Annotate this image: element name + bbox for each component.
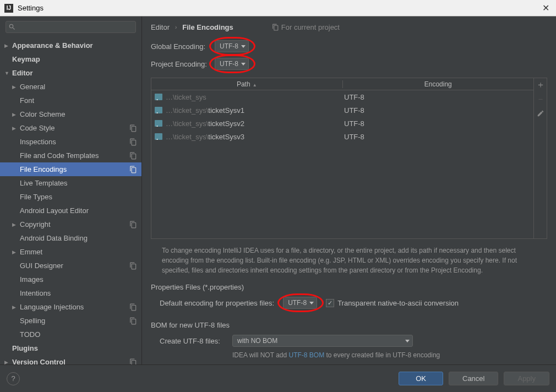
sidebar-item-color-scheme[interactable]: ▶Color Scheme [0, 107, 141, 121]
column-header-path[interactable]: Path▲ [151, 80, 343, 88]
sidebar-item-inspections[interactable]: Inspections [0, 135, 141, 149]
breadcrumb-parent[interactable]: Editor [151, 23, 170, 31]
encoding-cell: UTF-8 [341, 119, 530, 128]
close-icon[interactable]: ✕ [540, 3, 552, 13]
copy-icon [129, 358, 137, 365]
sidebar-item-file-and-code-templates[interactable]: File and Code Templates [0, 149, 141, 162]
sidebar-item-todo[interactable]: TODO [0, 328, 141, 341]
sidebar-item-keymap[interactable]: Keymap [0, 52, 141, 66]
table-row[interactable]: …\ticket_sys\ticketSysv3UTF-8 [151, 130, 533, 143]
help-button[interactable]: ? [7, 372, 20, 385]
chevron-right-icon: › [175, 24, 177, 30]
bom-note: IDEA will NOT add UTF-8 BOM to every cre… [232, 351, 547, 359]
sidebar-item-spelling[interactable]: Spelling [0, 314, 141, 328]
sidebar-item-label: File Types [20, 193, 137, 201]
sidebar-item-label: File Encodings [20, 165, 129, 173]
sidebar-item-label: Appearance & Behavior [12, 41, 137, 50]
tree-arrow-icon: ▶ [12, 249, 19, 255]
tree-arrow-icon: ▼ [4, 70, 11, 76]
help-text: To change encoding IntelliJ IDEA uses fo… [151, 239, 547, 283]
table-row[interactable]: …\ticket_sys\ticketSysv2UTF-8 [151, 117, 533, 130]
sidebar-item-label: General [20, 83, 137, 91]
sidebar-item-label: Live Templates [20, 179, 137, 187]
sidebar-item-label: Color Scheme [20, 110, 137, 118]
sidebar-item-label: GUI Designer [20, 262, 129, 270]
remove-button[interactable]: － [536, 95, 545, 104]
title-bar: IJ Settings ✕ [0, 0, 556, 17]
edit-button[interactable] [536, 109, 545, 118]
sidebar-item-code-style[interactable]: ▶Code Style [0, 121, 141, 135]
sidebar-item-label: Android Data Binding [20, 234, 137, 242]
search-input[interactable] [6, 21, 136, 33]
sidebar-item-android-layout-editor[interactable]: Android Layout Editor [0, 204, 141, 217]
sidebar-item-emmet[interactable]: ▶Emmet [0, 245, 141, 259]
properties-section-title: Properties Files (*.properties) [151, 283, 547, 291]
create-utf8-dropdown[interactable]: with NO BOM [232, 335, 413, 347]
sidebar-item-android-data-binding[interactable]: Android Data Binding [0, 231, 141, 245]
sidebar-item-label: TODO [20, 330, 137, 339]
chevron-down-icon [241, 45, 246, 48]
sidebar-item-editor[interactable]: ▼Editor [0, 66, 141, 80]
default-properties-encoding-dropdown[interactable]: UTF-8 [283, 297, 317, 309]
transparent-native-checkbox[interactable]: ✓ [326, 299, 334, 307]
sidebar-item-language-injections[interactable]: ▶Language Injections [0, 300, 141, 314]
sidebar-item-label: Android Layout Editor [20, 206, 137, 215]
ok-button[interactable]: OK [399, 372, 443, 385]
search-icon [8, 23, 16, 31]
transparent-native-label: Transparent native-to-ascii conversion [337, 299, 459, 307]
project-encoding-dropdown[interactable]: UTF-8 [215, 58, 249, 70]
sidebar-item-file-types[interactable]: File Types [0, 190, 141, 204]
copy-icon [129, 124, 137, 132]
folder-icon [155, 133, 162, 140]
sidebar-item-label: Keymap [12, 55, 137, 63]
tree-arrow-icon: ▶ [12, 222, 19, 227]
table-row[interactable]: …\ticket_sysUTF-8 [151, 90, 533, 104]
copy-icon [129, 221, 137, 228]
sidebar-item-images[interactable]: Images [0, 273, 141, 286]
sort-asc-icon: ▲ [253, 83, 257, 88]
copy-icon [129, 303, 137, 311]
sidebar-item-label: Version Control [12, 358, 129, 364]
sidebar: ▶Appearance & BehaviorKeymap▼Editor▶Gene… [0, 17, 142, 364]
sidebar-item-plugins[interactable]: Plugins [0, 341, 141, 355]
tree-arrow-icon: ▶ [12, 126, 19, 131]
breadcrumb: Editor › File Encodings For current proj… [151, 23, 547, 31]
tree-arrow-icon: ▶ [12, 112, 19, 117]
cancel-button[interactable]: Cancel [449, 372, 498, 385]
sidebar-item-general[interactable]: ▶General [0, 80, 141, 94]
app-icon: IJ [4, 4, 13, 13]
sidebar-item-file-encodings[interactable]: File Encodings [0, 162, 141, 176]
tree-arrow-icon: ▶ [12, 84, 19, 90]
sidebar-item-gui-designer[interactable]: GUI Designer [0, 259, 141, 273]
encoding-table: Path▲ Encoding …\ticket_sysUTF-8…\ticket… [151, 78, 547, 239]
folder-icon [155, 94, 162, 100]
global-encoding-dropdown[interactable]: UTF-8 [215, 40, 249, 52]
copy-icon [129, 166, 137, 173]
table-row[interactable]: …\ticket_sys\ticketSysv1UTF-8 [151, 104, 533, 117]
sidebar-item-appearance-behavior[interactable]: ▶Appearance & Behavior [0, 39, 141, 52]
folder-icon [155, 107, 162, 113]
sidebar-item-font[interactable]: Font [0, 94, 141, 107]
add-button[interactable]: ＋ [536, 80, 545, 89]
chevron-down-icon [309, 302, 314, 304]
settings-tree: ▶Appearance & BehaviorKeymap▼Editor▶Gene… [0, 37, 141, 364]
sidebar-item-label: Spelling [20, 317, 129, 325]
utf8-bom-link[interactable]: UTF-8 BOM [288, 351, 324, 359]
encoding-cell: UTF-8 [341, 133, 530, 141]
sidebar-item-live-templates[interactable]: Live Templates [0, 176, 141, 190]
sidebar-item-label: Images [20, 275, 137, 284]
copy-icon [129, 262, 137, 270]
sidebar-item-label: Code Style [20, 124, 129, 132]
bom-section-title: BOM for new UTF-8 files [151, 321, 547, 329]
default-properties-encoding-label: Default encoding for properties files: [160, 299, 274, 307]
apply-button[interactable]: Apply [504, 372, 549, 385]
copy-icon [129, 138, 137, 146]
sidebar-item-copyright[interactable]: ▶Copyright [0, 217, 141, 231]
column-header-encoding[interactable]: Encoding [343, 80, 534, 88]
sidebar-item-intentions[interactable]: Intentions [0, 286, 141, 300]
sidebar-item-version-control[interactable]: ▶Version Control [0, 355, 141, 364]
sidebar-item-label: Intentions [20, 289, 137, 297]
tree-arrow-icon: ▶ [12, 304, 19, 310]
sidebar-item-label: Inspections [20, 138, 129, 146]
tree-arrow-icon: ▶ [4, 43, 11, 48]
